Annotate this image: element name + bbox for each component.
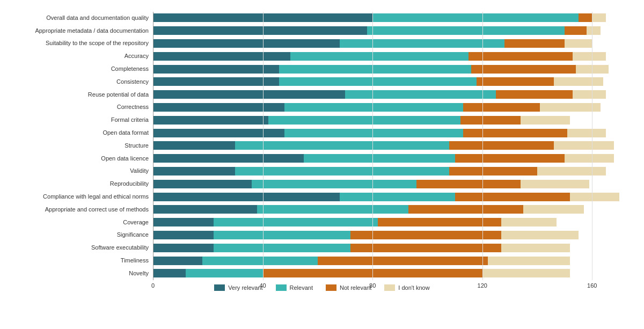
bar-segment [153, 205, 257, 214]
bar-segment [455, 154, 565, 163]
bar-segment [214, 231, 351, 239]
bar-segment [263, 269, 482, 277]
bar-segment [579, 13, 592, 22]
bar-segment [153, 154, 304, 163]
bar-row [153, 269, 633, 277]
bar-segment [202, 257, 318, 265]
y-labels: Overall data and documentation qualityAp… [11, 12, 153, 280]
y-label: Correctness [11, 102, 149, 113]
bar-segment [153, 77, 279, 86]
bar-row [153, 193, 633, 201]
bar-row [153, 205, 633, 214]
bar-segment [153, 141, 235, 150]
bar-segment [565, 26, 587, 35]
bar-segment [449, 167, 537, 176]
y-label: Consistency [11, 76, 149, 87]
chart-container: Overall data and documentation qualityAp… [5, 6, 639, 323]
bar-segment [463, 129, 567, 137]
bar-row [153, 77, 633, 86]
bar-segment [521, 116, 570, 125]
bars-wrapper: 04080120160 [153, 12, 633, 280]
y-label: Suitability to the scope of the reposito… [11, 38, 149, 49]
bar-segment [416, 180, 521, 188]
chart-area: Overall data and documentation qualityAp… [11, 12, 633, 280]
bar-row [153, 154, 633, 163]
bar-segment [345, 90, 496, 99]
bar-segment [523, 205, 584, 214]
bar-segment [340, 193, 455, 201]
bar-segment [455, 193, 570, 201]
bar-segment [372, 13, 579, 22]
bar-segment [153, 116, 268, 125]
bar-segment [340, 39, 504, 48]
y-label: Open data licence [11, 153, 149, 164]
bar-segment [214, 218, 378, 226]
x-tick: 80 [369, 282, 376, 289]
bar-segment [469, 52, 573, 61]
bar-segment [408, 205, 524, 214]
bar-segment [153, 65, 279, 74]
bar-segment [153, 269, 186, 277]
bar-segment [449, 141, 553, 150]
bar-row [153, 141, 633, 150]
bar-segment [318, 257, 488, 265]
bar-segment [153, 167, 235, 176]
bar-segment [279, 77, 477, 86]
y-label: Overall data and documentation quality [11, 12, 149, 23]
bar-segment [477, 77, 553, 86]
bar-segment [153, 39, 340, 48]
bar-segment [460, 116, 521, 125]
bar-row [153, 129, 633, 137]
bar-row [153, 13, 633, 22]
bar-segment [290, 52, 469, 61]
x-tick: 0 [151, 282, 155, 289]
bar-segment [521, 180, 589, 188]
bar-segment [153, 52, 290, 61]
bars-section [153, 12, 633, 280]
bar-segment [153, 103, 284, 112]
bar-segment [284, 129, 463, 137]
bar-row [153, 116, 633, 125]
bar-segment [501, 244, 570, 252]
bar-segment [471, 65, 575, 74]
bar-segment [501, 231, 578, 239]
bar-segment [592, 13, 606, 22]
bar-segment [537, 167, 606, 176]
bar-segment [378, 218, 501, 226]
y-label: Significance [11, 230, 149, 240]
bar-segment [279, 65, 471, 74]
bar-segment [554, 77, 603, 86]
bar-row [153, 257, 633, 265]
bar-segment [565, 39, 592, 48]
bar-segment [153, 231, 214, 239]
bar-segment [350, 244, 501, 252]
bar-segment [565, 154, 614, 163]
bar-segment [153, 180, 252, 188]
bar-segment [153, 244, 214, 252]
bar-segment [153, 218, 214, 226]
bar-row [153, 167, 633, 176]
bar-row [153, 103, 633, 112]
bar-segment [496, 90, 573, 99]
bar-segment [482, 269, 570, 277]
bar-row [153, 39, 633, 48]
bar-segment [567, 129, 606, 137]
bar-segment [488, 257, 570, 265]
y-label: Novelty [11, 268, 149, 279]
bar-segment [573, 90, 605, 99]
bar-segment [576, 65, 609, 74]
x-axis: 04080120160 [153, 280, 633, 296]
bar-segment [573, 52, 605, 61]
y-label: Completeness [11, 64, 149, 75]
bar-row [153, 180, 633, 188]
x-tick: 160 [587, 282, 597, 289]
y-label: Formal criteria [11, 115, 149, 126]
bar-row [153, 231, 633, 239]
bar-segment [153, 26, 367, 35]
bar-segment [570, 193, 619, 201]
bar-segment [235, 141, 449, 150]
bar-segment [463, 103, 540, 112]
bar-row [153, 52, 633, 61]
bar-segment [153, 90, 345, 99]
y-label: Open data format [11, 128, 149, 138]
